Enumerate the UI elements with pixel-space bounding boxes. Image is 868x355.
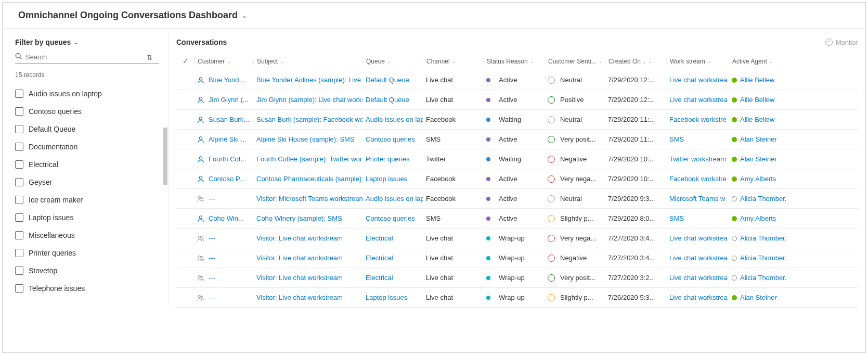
agent-link[interactable]: Alan Steiner bbox=[740, 135, 777, 143]
workstream-link[interactable]: SMS bbox=[669, 135, 684, 143]
customer-link[interactable]: Susan Burk... bbox=[209, 116, 249, 123]
queue-link[interactable]: Contoso queries bbox=[366, 135, 415, 143]
table-row[interactable]: Alpine Ski ...Alpine Ski House (sample):… bbox=[176, 130, 858, 149]
workstream-link[interactable]: Live chat workstrea bbox=[669, 274, 728, 282]
workstream-link[interactable]: Microsoft Teams w bbox=[669, 195, 725, 202]
col-queue[interactable]: Queue⌄ bbox=[362, 58, 423, 65]
queue-link[interactable]: Laptop issues bbox=[366, 175, 407, 183]
table-row[interactable]: Fourth Cof...Fourth Coffee (sample): Twi… bbox=[176, 149, 858, 169]
table-row[interactable]: Jim Glynn (...Jim Glynn (sample): Live c… bbox=[176, 90, 858, 110]
customer-link[interactable]: --- bbox=[209, 254, 215, 262]
queue-link[interactable]: Electrical bbox=[366, 254, 393, 262]
sort-icon[interactable]: ⇅ bbox=[147, 53, 153, 61]
queue-item[interactable]: Printer queries bbox=[11, 244, 169, 262]
workstream-link[interactable]: Live chat workstrea bbox=[669, 96, 728, 104]
subject-link[interactable]: Visitor: Microsoft Teams workstrean bbox=[256, 195, 362, 202]
agent-link[interactable]: Alicia Thomber. bbox=[740, 274, 786, 282]
col-created[interactable]: Created On↓⌄ bbox=[605, 58, 666, 65]
queue-item[interactable]: Ice cream maker bbox=[11, 191, 169, 209]
agent-link[interactable]: Allie Bellew bbox=[740, 96, 774, 104]
queue-item[interactable]: Documentation bbox=[11, 138, 169, 156]
workstream-link[interactable]: Live chat workstrea bbox=[669, 254, 728, 262]
queue-link[interactable]: Contoso queries bbox=[366, 214, 415, 222]
queue-link[interactable]: Audio issues on lap bbox=[366, 116, 423, 123]
table-row[interactable]: Blue Yond...Blue Yonder Airlines (sample… bbox=[176, 70, 858, 90]
col-status[interactable]: Status Reason⌄ bbox=[483, 58, 545, 65]
agent-link[interactable]: Allie Bellew bbox=[740, 76, 774, 84]
agent-link[interactable]: Amy Alberts bbox=[740, 175, 776, 183]
workstream-link[interactable]: Live chat workstrea bbox=[669, 234, 728, 242]
subject-link[interactable]: Contoso Pharmaceuticals (sample): bbox=[256, 175, 362, 183]
agent-link[interactable]: Amy Alberts bbox=[740, 214, 776, 222]
queue-item[interactable]: Telephone issues bbox=[11, 280, 169, 297]
agent-link[interactable]: Alicia Thomber. bbox=[740, 195, 786, 202]
search-input[interactable] bbox=[25, 53, 147, 61]
col-workstream[interactable]: Work stream⌄ bbox=[666, 58, 729, 65]
queue-item[interactable]: Miscellaneous bbox=[11, 226, 169, 244]
checkbox[interactable] bbox=[15, 160, 23, 169]
checkbox[interactable] bbox=[15, 125, 23, 133]
col-select[interactable]: ✓ bbox=[176, 57, 194, 65]
checkbox[interactable] bbox=[15, 284, 23, 293]
queue-link[interactable]: Default Queue bbox=[366, 76, 409, 84]
customer-link[interactable]: Alpine Ski ... bbox=[209, 135, 246, 143]
customer-link[interactable]: Fourth Cof... bbox=[209, 155, 246, 163]
queue-item[interactable]: Electrical bbox=[11, 156, 169, 173]
checkbox[interactable] bbox=[15, 143, 23, 151]
subject-link[interactable]: Coho Winery (sample): SMS bbox=[256, 214, 342, 222]
subject-link[interactable]: Jim Glynn (sample): Live chat works bbox=[256, 96, 362, 104]
queue-item[interactable]: Audio issues on laptop bbox=[11, 85, 169, 103]
queue-item[interactable]: Default Queue bbox=[11, 120, 169, 138]
customer-link[interactable]: Jim Glynn (... bbox=[209, 96, 249, 104]
checkbox[interactable] bbox=[15, 249, 23, 257]
checkbox[interactable] bbox=[15, 213, 23, 222]
table-row[interactable]: ---Visitor: Live chat workstreamElectric… bbox=[176, 268, 858, 288]
subject-link[interactable]: Visitor: Live chat workstream bbox=[256, 234, 343, 242]
customer-link[interactable]: Contoso P... bbox=[209, 175, 245, 183]
agent-link[interactable]: Alan Steiner bbox=[740, 155, 777, 163]
table-row[interactable]: Coho Win...Coho Winery (sample): SMSCont… bbox=[176, 209, 858, 229]
subject-link[interactable]: Alpine Ski House (sample): SMS bbox=[256, 135, 355, 143]
checkbox[interactable] bbox=[15, 107, 23, 116]
checkbox[interactable] bbox=[15, 267, 23, 275]
scrollbar[interactable] bbox=[163, 128, 167, 185]
agent-link[interactable]: Alicia Thomber. bbox=[740, 254, 786, 262]
table-row[interactable]: ---Visitor: Live chat workstreamElectric… bbox=[176, 248, 858, 268]
table-row[interactable]: Susan Burk...Susan Burk (sample): Facebo… bbox=[176, 110, 858, 130]
queue-link[interactable]: Electrical bbox=[366, 234, 393, 242]
customer-link[interactable]: Blue Yond... bbox=[209, 76, 244, 84]
monitor-button[interactable]: Monitor bbox=[825, 39, 858, 46]
queue-item[interactable]: Geyser bbox=[11, 173, 169, 191]
subject-link[interactable]: Visitor: Live chat workstream bbox=[256, 274, 343, 282]
workstream-link[interactable]: Live chat workstrea bbox=[669, 294, 728, 301]
workstream-link[interactable]: Live chat workstrea bbox=[669, 76, 728, 84]
subject-link[interactable]: Susan Burk (sample): Facebook wor bbox=[256, 116, 362, 123]
queue-link[interactable]: Default Queue bbox=[366, 96, 409, 104]
queue-link[interactable]: Laptop issues bbox=[366, 294, 407, 301]
queue-link[interactable]: Electrical bbox=[366, 274, 393, 282]
checkbox[interactable] bbox=[15, 231, 23, 239]
table-row[interactable]: ---Visitor: Live chat workstreamElectric… bbox=[176, 229, 858, 248]
checkbox[interactable] bbox=[15, 90, 23, 98]
customer-link[interactable]: --- bbox=[209, 274, 215, 282]
customer-link[interactable]: --- bbox=[209, 234, 215, 242]
queue-item[interactable]: Contoso queries bbox=[11, 103, 169, 120]
col-subject[interactable]: Subject⌄ bbox=[253, 58, 362, 65]
agent-link[interactable]: Alan Steiner bbox=[740, 294, 777, 301]
workstream-link[interactable]: Twitter workstream bbox=[669, 155, 726, 163]
subject-link[interactable]: Blue Yonder Airlines (sample): Live c bbox=[256, 76, 362, 84]
workstream-link[interactable]: SMS bbox=[669, 214, 684, 222]
customer-link[interactable]: --- bbox=[209, 195, 215, 202]
table-row[interactable]: Contoso P...Contoso Pharmaceuticals (sam… bbox=[176, 169, 858, 189]
queue-item[interactable]: Stovetop bbox=[11, 262, 169, 280]
table-row[interactable]: ---Visitor: Microsoft Teams workstreanAu… bbox=[176, 189, 858, 209]
workstream-link[interactable]: Facebook workstre bbox=[669, 116, 727, 123]
queue-link[interactable]: Printer queries bbox=[366, 155, 410, 163]
customer-link[interactable]: --- bbox=[209, 294, 215, 301]
subject-link[interactable]: Visitor: Live chat workstream bbox=[256, 254, 343, 262]
filter-heading[interactable]: Filter by queues ⌄ bbox=[11, 38, 169, 46]
workstream-link[interactable]: Facebook workstre bbox=[669, 175, 727, 183]
agent-link[interactable]: Allie Bellew bbox=[740, 116, 774, 123]
table-row[interactable]: ---Visitor: Live chat workstreamLaptop i… bbox=[176, 288, 858, 308]
col-customer[interactable]: Customer⌄ bbox=[194, 58, 253, 65]
